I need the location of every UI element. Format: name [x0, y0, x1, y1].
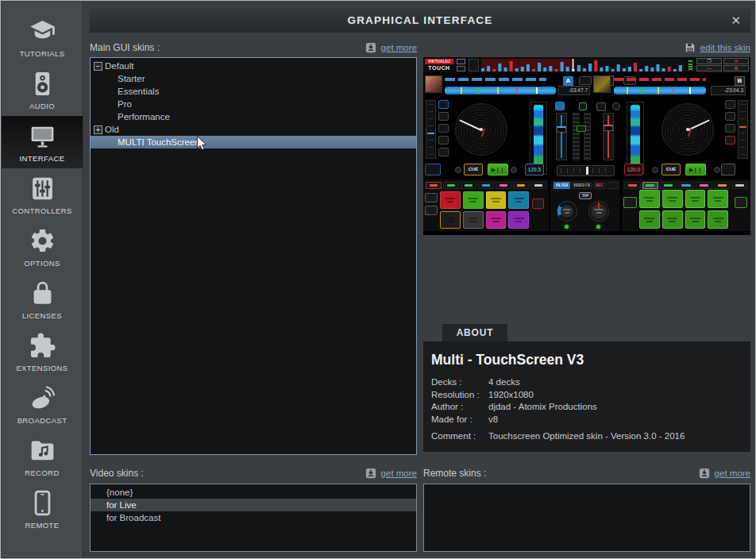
about-field: Author :djdad - Atomix Productions [431, 401, 750, 414]
dialog-title: GRAPHICAL INTERFACE [90, 8, 750, 33]
video-skins-list[interactable]: {none}for Livefor Broadcast [90, 484, 417, 552]
preview-master-waveform [481, 59, 685, 71]
performance-pad [440, 211, 461, 229]
deck-b-album-art [593, 75, 611, 93]
performance-pad [440, 191, 461, 209]
pad-tab: REC [593, 182, 606, 189]
about-field: Resolution :1920x1080 [431, 389, 750, 402]
skin-title: Multi - TouchScreen V3 [431, 352, 750, 368]
remote-skins-header-row: Remote skins : get more [423, 466, 750, 480]
video-skins-get-more-link[interactable]: get more [381, 468, 417, 478]
deck-a-turntable [455, 103, 507, 156]
tree-item-old[interactable]: +Old [91, 123, 416, 136]
mixer-volume-fader-b [603, 113, 614, 160]
deck-b-letter: B [735, 76, 745, 86]
pad-tab [642, 182, 659, 189]
about-field-label: Comment : [431, 430, 488, 443]
sidebar-item-label: REMOTE [25, 521, 59, 530]
sidebar-item-label: AUDIO [29, 102, 55, 110]
skin-details: Decks :4 decksResolution :1920x1080Autho… [431, 376, 750, 443]
sidebar-item-extensions[interactable]: EXTENSIONS [2, 326, 83, 378]
sidebar-item-audio[interactable]: AUDIO [2, 64, 83, 116]
video-skin-for-broadcast[interactable]: for Broadcast [91, 511, 416, 524]
remote-skins-get-more-link[interactable]: get more [715, 468, 750, 478]
lock-icon [29, 279, 56, 307]
save-icon [685, 42, 696, 53]
about-field-label: Made for : [431, 414, 488, 426]
remote-skins-list[interactable] [423, 484, 750, 552]
deck-a-time: -03:47.7 [558, 86, 590, 95]
preview-minimize-icon: — [696, 65, 722, 71]
sidebar-item-tutorials[interactable]: TUTORIALS [2, 11, 83, 64]
collapse-expander-icon[interactable]: − [94, 62, 102, 71]
tree-item-label: Old [105, 123, 119, 136]
filter-knob-a [557, 201, 577, 222]
performance-pad [639, 210, 660, 229]
edit-skin-row: edit this skin [423, 40, 750, 55]
about-field-value: djdad - Atomix Productions [488, 401, 597, 414]
pad-tab [731, 182, 748, 189]
about-field-value: 4 decks [488, 376, 520, 389]
speaker-icon [29, 69, 56, 98]
tree-item-pro[interactable]: Pro [91, 98, 416, 110]
sidebar-item-options[interactable]: OPTIONS [2, 221, 83, 273]
sidebar-item-record[interactable]: RECORD [2, 430, 83, 483]
preview-topbar: VIRTUALDJ TOUCH ❐ ✕ — ⚙ [423, 57, 750, 73]
main-gui-skins-list[interactable]: −DefaultStarterEssentialsProPerformance+… [90, 57, 417, 455]
tree-item-starter[interactable]: Starter [91, 72, 416, 85]
video-skins-get-more[interactable]: get more [365, 468, 417, 479]
performance-pad [708, 190, 728, 208]
monitor-icon [29, 121, 56, 150]
tree-item-essentials[interactable]: Essentials [91, 85, 416, 98]
tree-item-label: Starter [118, 72, 145, 85]
video-skin-none[interactable]: {none} [91, 486, 416, 499]
deck-a-play-button: ▶❘❘ [488, 164, 508, 175]
main-skins-get-more[interactable]: get more [365, 42, 417, 53]
performance-pad [463, 191, 484, 209]
deck-b-turntable [662, 103, 714, 156]
preview-level-meter [688, 60, 693, 71]
deck-b-play-button: ▶❘❘ [685, 164, 706, 175]
tree-item-multi-touchscreen[interactable]: MULTI TouchScreen [91, 136, 416, 148]
edit-this-skin-link[interactable]: edit this skin [700, 43, 750, 52]
sidebar-item-licenses[interactable]: LICENSES [2, 273, 83, 326]
about-field-label: Decks : [431, 376, 488, 389]
sidebar-item-remote[interactable]: REMOTE [2, 483, 83, 535]
sidebar-item-interface[interactable]: INTERFACE [2, 116, 83, 168]
deck-b-time: -23:04.3 [711, 86, 746, 95]
performance-pad [508, 211, 529, 229]
pad-tab [496, 182, 511, 189]
expand-expander-icon[interactable]: + [94, 125, 102, 134]
tree-item-label: Default [105, 60, 133, 72]
deck-a-waveform [445, 87, 556, 94]
performance-pad [685, 210, 706, 229]
sidebar-item-controllers[interactable]: CONTROLLERS [2, 168, 83, 221]
video-skin-for-live[interactable]: for Live [91, 499, 416, 511]
about-field: Made for :v8 [431, 414, 750, 426]
preview-close-icon: ✕ [723, 58, 749, 64]
mixer-volume-fader-a [556, 113, 567, 160]
about-field-label: Resolution : [431, 389, 488, 402]
close-icon[interactable]: ✕ [731, 8, 741, 33]
pad-tab [513, 182, 529, 189]
tree-item-performance[interactable]: Performance [91, 110, 416, 123]
pad-tab [624, 182, 641, 189]
mixer-fx-tabs: FILTERVIDEO FXREC [554, 182, 619, 189]
deck-b-pad-tabs [624, 182, 748, 189]
performance-pad [662, 210, 683, 229]
performance-pad [486, 191, 507, 209]
deck-a-pads [440, 191, 529, 229]
filter-knob-b [588, 201, 609, 222]
sidebar-item-broadcast[interactable]: BROADCAST [2, 378, 83, 430]
pad-tab [478, 182, 494, 189]
tree-item-default[interactable]: −Default [91, 60, 416, 72]
deck-b-cue-button: CUE [662, 164, 681, 175]
pad-tab [443, 182, 459, 189]
tab-about[interactable]: ABOUT [442, 324, 507, 341]
deck-b-bpm: 120.0 [624, 164, 643, 175]
main-skins-get-more-link[interactable]: get more [381, 43, 417, 52]
performance-pad [639, 190, 660, 208]
antenna-icon [29, 384, 56, 412]
sidebar-item-label: CONTROLLERS [12, 206, 72, 215]
remote-skins-get-more[interactable]: get more [699, 468, 750, 479]
